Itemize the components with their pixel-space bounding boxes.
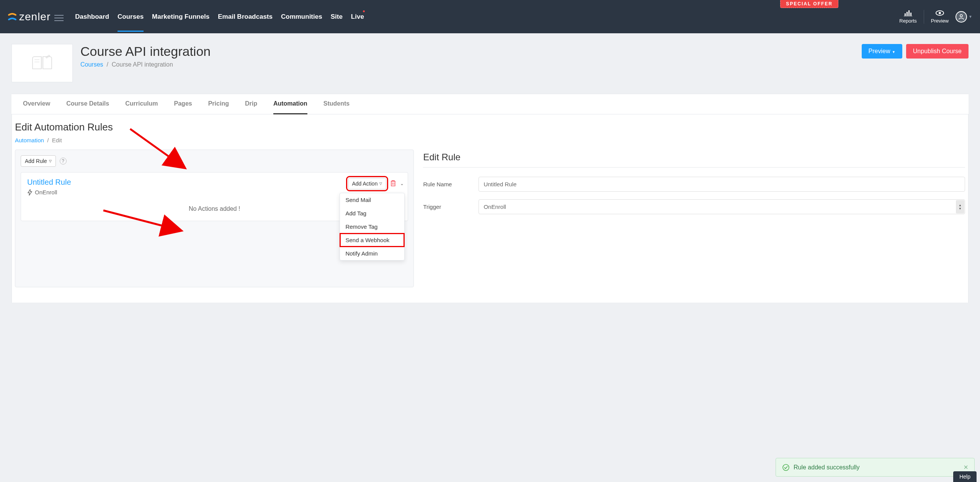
nav-right: Reports Preview ▼ <box>899 10 972 24</box>
svg-point-6 <box>939 12 941 14</box>
tab-students[interactable]: Students <box>323 94 350 114</box>
trash-icon[interactable] <box>390 180 396 188</box>
rule-card: Untitled Rule OnEnroll Add Action ▽ <box>21 172 408 221</box>
header-actions: Preview ▼ Unpublish Course <box>862 44 969 59</box>
svg-point-7 <box>960 15 962 17</box>
add-action-dropdown: Send Mail Add Tag Remove Tag Send a Webh… <box>340 193 405 261</box>
add-rule-button[interactable]: Add Rule ▽ <box>21 155 56 167</box>
logo-section: zenler <box>8 11 64 23</box>
nav-live[interactable]: Live <box>351 2 364 32</box>
nav-email-broadcasts[interactable]: Email Broadcasts <box>218 2 273 32</box>
help-icon[interactable]: ? <box>60 158 67 164</box>
top-nav: SPECIAL OFFER zenler Dashboard Courses M… <box>0 0 980 33</box>
tab-automation[interactable]: Automation <box>273 94 307 114</box>
svg-rect-1 <box>906 12 908 16</box>
special-offer-badge[interactable]: SPECIAL OFFER <box>780 0 838 8</box>
dropdown-send-webhook[interactable]: Send a Webhook <box>340 233 404 247</box>
edit-rule-panel: Edit Rule Rule Name Trigger OnEnroll ▲▼ <box>423 150 965 287</box>
bar-chart-icon <box>904 10 912 16</box>
tab-overview[interactable]: Overview <box>23 94 50 114</box>
unpublish-button[interactable]: Unpublish Course <box>906 44 969 59</box>
automation-breadcrumb-root[interactable]: Automation <box>15 137 44 143</box>
tab-drip[interactable]: Drip <box>245 94 257 114</box>
content-header: Edit Automation Rules <box>12 121 968 133</box>
tab-pages[interactable]: Pages <box>174 94 192 114</box>
nav-reports[interactable]: Reports <box>899 10 917 24</box>
tab-curriculum[interactable]: Curriculum <box>125 94 158 114</box>
nav-site[interactable]: Site <box>331 2 343 32</box>
user-icon <box>958 13 965 20</box>
dropdown-notify-admin[interactable]: Notify Admin <box>340 247 404 260</box>
rule-name-input[interactable] <box>479 177 965 192</box>
nav-marketing-funnels[interactable]: Marketing Funnels <box>152 2 209 32</box>
nav-live-label: Live <box>351 13 364 20</box>
rules-panel: Add Rule ▽ ? Untitled Rule OnEnroll Add … <box>15 150 414 287</box>
lightning-icon <box>27 189 33 195</box>
form-row-trigger: Trigger OnEnroll ▲▼ <box>423 199 965 214</box>
user-menu[interactable]: ▼ <box>956 11 972 23</box>
chevron-down-icon: ▼ <box>892 50 895 54</box>
nav-preview[interactable]: Preview <box>931 10 949 24</box>
rule-actions-row: Add Action ▽ ⌄ <box>348 178 404 189</box>
automation-title: Edit Automation Rules <box>12 121 968 133</box>
logo[interactable]: zenler <box>8 11 51 23</box>
form-row-rule-name: Rule Name <box>423 177 965 192</box>
trigger-select-wrap: OnEnroll ▲▼ <box>479 199 965 214</box>
hamburger-icon[interactable] <box>54 13 64 21</box>
edit-rule-title: Edit Rule <box>423 152 965 168</box>
add-rule-section: Add Rule ▽ ? <box>21 155 408 167</box>
nav-reports-label: Reports <box>899 18 917 24</box>
preview-button[interactable]: Preview ▼ <box>862 44 902 59</box>
svg-rect-0 <box>905 13 906 16</box>
dropdown-remove-tag[interactable]: Remove Tag <box>340 220 404 233</box>
dropdown-send-mail[interactable]: Send Mail <box>340 193 404 207</box>
content: Edit Automation Rules Automation / Edit <box>11 114 969 303</box>
tab-course-details[interactable]: Course Details <box>66 94 109 114</box>
chevron-down-icon: ▽ <box>379 182 382 186</box>
chevron-down-icon: ▼ <box>969 15 972 19</box>
course-thumbnail <box>11 44 73 82</box>
page-header: Course API integration Courses / Course … <box>0 33 980 90</box>
breadcrumb: Courses / Course API integration <box>80 61 211 68</box>
svg-rect-3 <box>910 13 911 16</box>
logo-text: zenler <box>19 11 51 23</box>
dropdown-add-tag[interactable]: Add Tag <box>340 207 404 220</box>
chevron-down-icon: ▽ <box>49 159 52 163</box>
automation-breadcrumb-current: Edit <box>52 137 62 143</box>
preview-button-label: Preview <box>869 48 890 54</box>
nav-items: Dashboard Courses Marketing Funnels Emai… <box>75 2 364 32</box>
tab-pricing[interactable]: Pricing <box>208 94 229 114</box>
nav-communities[interactable]: Communities <box>281 2 322 32</box>
two-column-layout: Add Rule ▽ ? Untitled Rule OnEnroll Add … <box>12 150 968 287</box>
rule-name-label: Rule Name <box>423 181 479 187</box>
chevron-down-icon[interactable]: ⌄ <box>400 181 404 186</box>
eye-icon <box>936 10 944 16</box>
tabs-bar: Overview Course Details Curriculum Pages… <box>11 94 969 114</box>
breadcrumb-root[interactable]: Courses <box>80 61 103 68</box>
trigger-select[interactable]: OnEnroll <box>479 199 965 214</box>
svg-rect-2 <box>908 10 910 16</box>
nav-preview-label: Preview <box>931 18 949 24</box>
logo-icon <box>8 12 17 21</box>
add-action-label: Add Action <box>352 181 378 187</box>
rule-title[interactable]: Untitled Rule <box>27 178 402 187</box>
add-rule-label: Add Rule <box>25 158 47 164</box>
page-title: Course API integration <box>80 44 211 59</box>
breadcrumb-current: Course API integration <box>112 61 173 68</box>
page-title-section: Course API integration Courses / Course … <box>80 44 211 68</box>
book-icon <box>31 54 54 72</box>
avatar <box>956 11 967 23</box>
live-indicator-dot <box>363 10 365 12</box>
nav-divider <box>924 10 924 24</box>
content-breadcrumb: Automation / Edit <box>12 137 968 143</box>
rule-trigger-label: OnEnroll <box>35 189 57 195</box>
nav-courses[interactable]: Courses <box>118 2 144 32</box>
trigger-label: Trigger <box>423 204 479 210</box>
add-action-button[interactable]: Add Action ▽ <box>348 178 387 189</box>
nav-dashboard[interactable]: Dashboard <box>75 2 109 32</box>
